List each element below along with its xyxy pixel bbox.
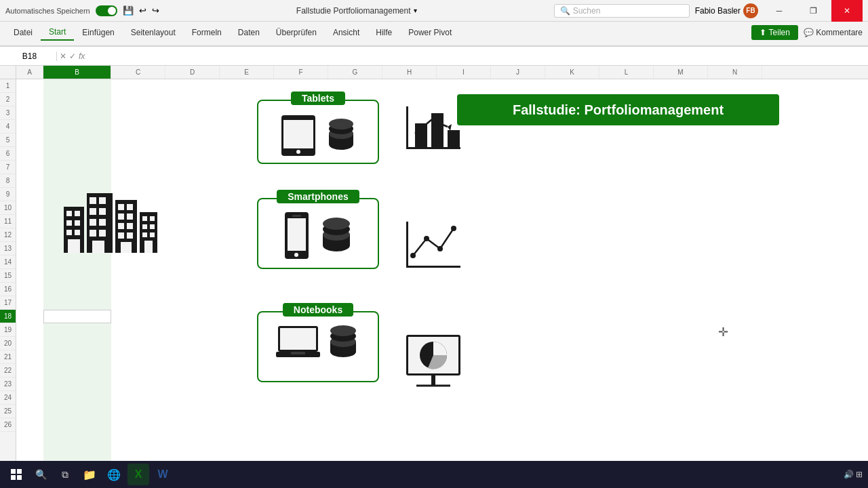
taskbar-edge[interactable]: 🌐 bbox=[103, 464, 125, 485]
tab-seitenlayout[interactable]: Seitenlayout bbox=[123, 25, 184, 40]
taskbar-search[interactable]: 🔍 bbox=[30, 464, 52, 485]
row-num-25[interactable]: 25 bbox=[0, 405, 16, 418]
empty-cell-b18 bbox=[43, 310, 111, 323]
row-num-6[interactable]: 6 bbox=[0, 147, 16, 161]
row-num-7[interactable]: 7 bbox=[0, 161, 16, 174]
col-header-g[interactable]: G bbox=[328, 66, 382, 79]
title-bar-center: Fallstudie Portfoliomanagement ▾ bbox=[296, 6, 417, 16]
dropdown-arrow[interactable]: ▾ bbox=[414, 7, 417, 14]
tab-hilfe[interactable]: Hilfe bbox=[368, 25, 400, 40]
row-num-13[interactable]: 13 bbox=[0, 242, 16, 256]
user-info: Fabio Basler FB bbox=[695, 3, 758, 18]
ribbon: Datei Start Einfügen Seitenlayout Formel… bbox=[0, 22, 868, 47]
row-num-21[interactable]: 21 bbox=[0, 350, 16, 364]
row-num-15[interactable]: 15 bbox=[0, 269, 16, 283]
search-icon: 🔍 bbox=[560, 6, 570, 16]
row-num-16[interactable]: 16 bbox=[0, 283, 16, 296]
taskbar-taskview[interactable]: ⧉ bbox=[54, 464, 76, 485]
tab-formeln[interactable]: Formeln bbox=[184, 25, 230, 40]
row-num-18[interactable]: 18 bbox=[0, 310, 16, 323]
row-num-14[interactable]: 14 bbox=[0, 256, 16, 269]
title-bar-right: 🔍 Suchen Fabio Basler FB ─ ❐ ✕ bbox=[554, 0, 863, 22]
row-num-10[interactable]: 10 bbox=[0, 201, 16, 215]
row-num-1[interactable]: 1 bbox=[0, 79, 16, 93]
row-num-23[interactable]: 23 bbox=[0, 378, 16, 391]
smartphones-card[interactable]: Smartphones bbox=[257, 198, 379, 269]
search-box[interactable]: 🔍 Suchen bbox=[554, 4, 690, 18]
col-header-c[interactable]: C bbox=[111, 66, 165, 79]
svg-rect-80 bbox=[17, 469, 22, 474]
tab-ueberpruefen[interactable]: Überprüfen bbox=[268, 25, 325, 40]
restore-button[interactable]: ❐ bbox=[797, 0, 829, 22]
col-header-m[interactable]: M bbox=[654, 66, 708, 79]
tab-daten[interactable]: Daten bbox=[230, 25, 268, 40]
taskbar-excel[interactable]: X bbox=[127, 464, 149, 485]
portfolio-title-text: Fallstudie: Portfoliomanagement bbox=[513, 102, 724, 118]
row-num-11[interactable]: 11 bbox=[0, 215, 16, 228]
col-header-l[interactable]: L bbox=[599, 66, 654, 79]
row-num-5[interactable]: 5 bbox=[0, 134, 16, 147]
svg-rect-4 bbox=[75, 220, 80, 226]
col-header-e[interactable]: E bbox=[220, 66, 274, 79]
minimize-button[interactable]: ─ bbox=[764, 0, 795, 22]
svg-rect-22 bbox=[127, 214, 133, 220]
save-icon[interactable]: 💾 bbox=[123, 5, 134, 16]
row-num-12[interactable]: 12 bbox=[0, 228, 16, 242]
undo-icon[interactable]: ↩ bbox=[139, 5, 146, 16]
row-num-20[interactable]: 20 bbox=[0, 337, 16, 350]
col-header-f[interactable]: F bbox=[274, 66, 328, 79]
ribbon-actions: ⬆ Teilen 💬 Kommentare bbox=[746, 22, 868, 43]
spreadsheet-grid[interactable]: Fallstudie: Portfoliomanagement bbox=[16, 79, 868, 488]
svg-rect-9 bbox=[90, 197, 96, 204]
row-num-2[interactable]: 2 bbox=[0, 93, 16, 106]
col-header-a[interactable]: A bbox=[16, 66, 43, 79]
row-num-3[interactable]: 3 bbox=[0, 106, 16, 120]
col-header-j[interactable]: J bbox=[491, 66, 545, 79]
svg-point-43 bbox=[329, 119, 353, 129]
user-initials: FB bbox=[746, 7, 755, 14]
share-button[interactable]: ⬆ Teilen bbox=[751, 25, 797, 40]
tab-ansicht[interactable]: Ansicht bbox=[325, 25, 368, 40]
col-header-h[interactable]: H bbox=[382, 66, 437, 79]
svg-rect-62 bbox=[406, 147, 460, 149]
tab-power-pivot[interactable]: Power Pivot bbox=[400, 25, 460, 40]
svg-rect-29 bbox=[142, 216, 147, 221]
col-header-b[interactable]: B bbox=[43, 66, 111, 79]
user-name: Fabio Basler bbox=[695, 6, 741, 16]
row-num-17[interactable]: 17 bbox=[0, 296, 16, 310]
tab-start[interactable]: Start bbox=[41, 24, 74, 41]
row-num-24[interactable]: 24 bbox=[0, 391, 16, 405]
svg-rect-13 bbox=[90, 219, 96, 226]
close-button[interactable]: ✕ bbox=[831, 0, 863, 22]
tablets-card[interactable]: Tablets bbox=[257, 100, 379, 164]
col-header-k[interactable]: K bbox=[545, 66, 599, 79]
autosave-toggle[interactable] bbox=[96, 5, 117, 16]
row-num-9[interactable]: 9 bbox=[0, 188, 16, 201]
row-num-22[interactable]: 22 bbox=[0, 364, 16, 378]
tab-einfuegen[interactable]: Einfügen bbox=[74, 25, 122, 40]
svg-rect-15 bbox=[90, 230, 96, 237]
cell-reference[interactable] bbox=[3, 52, 57, 61]
formula-input[interactable] bbox=[87, 52, 865, 61]
col-header-n[interactable]: N bbox=[708, 66, 762, 79]
taskbar-explorer[interactable]: 📁 bbox=[79, 464, 100, 485]
col-header-i[interactable]: I bbox=[437, 66, 491, 79]
redo-icon[interactable]: ↪ bbox=[152, 5, 159, 16]
row-num-19[interactable]: 19 bbox=[0, 323, 16, 337]
notebooks-card[interactable]: Notebooks bbox=[257, 311, 379, 382]
corner-cell bbox=[0, 66, 16, 79]
row-num-26[interactable]: 26 bbox=[0, 418, 16, 432]
taskbar-word[interactable]: W bbox=[152, 464, 174, 485]
svg-rect-26 bbox=[127, 232, 133, 239]
svg-rect-64 bbox=[415, 123, 427, 147]
cancel-formula-icon[interactable]: ✕ bbox=[60, 52, 66, 61]
tab-datei[interactable]: Datei bbox=[5, 25, 41, 40]
col-header-d[interactable]: D bbox=[165, 66, 220, 79]
insert-function-icon[interactable]: fx bbox=[79, 52, 85, 61]
comment-button[interactable]: 💬 Kommentare bbox=[804, 28, 863, 37]
row-num-8[interactable]: 8 bbox=[0, 174, 16, 188]
line-chart-icon bbox=[403, 215, 464, 272]
row-num-4[interactable]: 4 bbox=[0, 120, 16, 134]
windows-button[interactable] bbox=[5, 464, 27, 485]
confirm-formula-icon[interactable]: ✓ bbox=[69, 52, 76, 61]
